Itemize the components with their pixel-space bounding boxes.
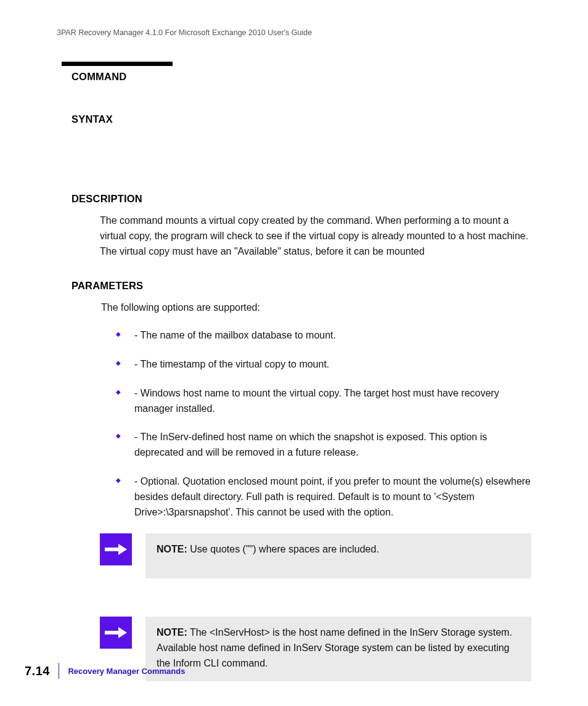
- list-item: - The InServ-defined host name on which …: [116, 430, 531, 461]
- list-item: - The name of the mailbox database to mo…: [116, 328, 531, 343]
- page-number: 7.14: [25, 664, 50, 678]
- note-text: NOTE: Use quotes ("") where spaces are i…: [145, 533, 531, 578]
- svg-rect-0: [105, 548, 118, 551]
- list-item: - Optional. Quotation enclosed mount poi…: [116, 474, 531, 520]
- note-body: Use quotes ("") where spaces are include…: [187, 544, 379, 554]
- list-item: - Windows host name to mount the virtual…: [116, 386, 531, 417]
- svg-rect-2: [105, 631, 118, 634]
- heading-parameters: PARAMETERS: [71, 280, 531, 292]
- note-body: The <InServHost> is the host name define…: [157, 627, 512, 668]
- description-body: The command mounts a virtual copy create…: [100, 213, 531, 259]
- parameters-list: - The name of the mailbox database to mo…: [116, 328, 531, 520]
- heading-command: COMMAND: [71, 71, 531, 83]
- svg-marker-1: [118, 544, 127, 555]
- footer-chapter-title: Recovery Manager Commands: [68, 667, 185, 676]
- heading-syntax: SYNTAX: [71, 113, 531, 125]
- svg-marker-3: [118, 627, 127, 638]
- note-text: NOTE: The <InServHost> is the host name …: [145, 617, 531, 681]
- note-label: NOTE:: [157, 627, 187, 638]
- heading-description: DESCRIPTION: [71, 193, 531, 205]
- note-block: NOTE: Use quotes ("") where spaces are i…: [100, 533, 531, 578]
- note-label: NOTE:: [157, 544, 187, 554]
- section-rule: [62, 62, 173, 66]
- list-item: - The timestamp of the virtual copy to m…: [116, 357, 531, 372]
- arrow-right-icon: [100, 533, 132, 565]
- parameters-intro: The following options are supported:: [101, 300, 531, 316]
- page-footer: 7.14 Recovery Manager Commands: [25, 663, 185, 679]
- running-header: 3PAR Recovery Manager 4.1.0 For Microsof…: [57, 28, 531, 37]
- footer-divider: [59, 663, 60, 679]
- arrow-right-icon: [100, 617, 132, 649]
